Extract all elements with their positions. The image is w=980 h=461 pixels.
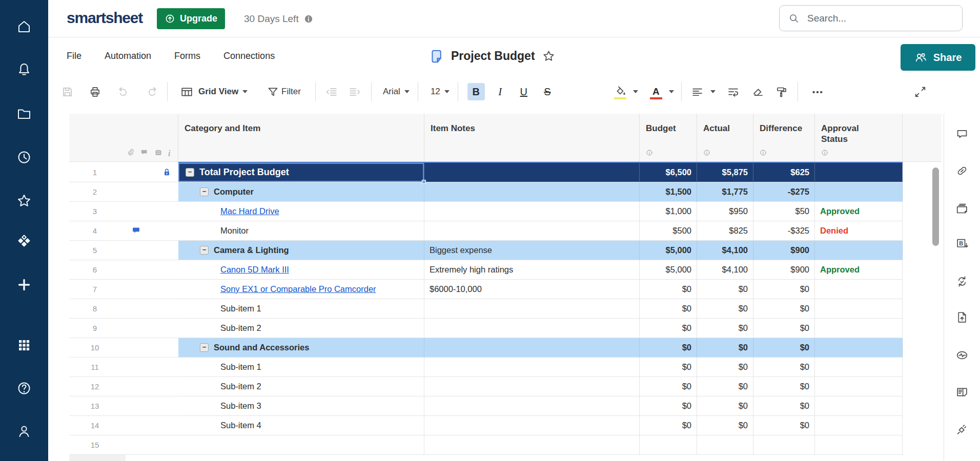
cell-category-10[interactable]: −Sound and Accessories [178, 338, 424, 358]
cell-actual-13[interactable]: $0 [697, 396, 753, 416]
collapse-toggle[interactable]: − [200, 187, 209, 196]
cell-category-4[interactable]: Monitor [178, 221, 424, 241]
cell-budget-1[interactable]: $6,500 [640, 162, 697, 182]
format-painter-button[interactable] [773, 83, 790, 100]
cell-approval-11[interactable] [815, 358, 903, 377]
favorite-star-icon[interactable] [542, 49, 556, 63]
column-header-item-notes[interactable]: Item Notes [424, 114, 640, 161]
cell-actual-12[interactable]: $0 [697, 377, 753, 396]
cell-notes-8[interactable] [424, 299, 640, 319]
cell-difference-3[interactable]: $50 [753, 202, 815, 221]
cell-category-3[interactable]: Mac Hard Drive [178, 202, 424, 221]
more-options-button[interactable]: ••• [809, 83, 827, 100]
sidebar-item-help[interactable] [16, 380, 32, 396]
column-header-approval-status[interactable]: Approval Status [815, 114, 903, 161]
sidebar-item-favorites[interactable] [16, 193, 32, 209]
panel-item-brandfolder[interactable]: B [955, 237, 969, 251]
cell-category-12[interactable]: Sub-item 2 [178, 377, 424, 396]
cell-budget-9[interactable]: $0 [640, 319, 697, 338]
cell-notes-6[interactable]: Extremely high ratings [424, 260, 640, 280]
cell-actual-5[interactable]: $4,100 [697, 241, 753, 260]
undo-button[interactable] [115, 83, 132, 100]
cell-budget-10[interactable]: $0 [640, 338, 697, 358]
cell-category-8[interactable]: Sub-item 1 [178, 299, 424, 319]
column-header-budget[interactable]: Budget [640, 114, 697, 161]
cell-difference-13[interactable]: $0 [753, 396, 815, 416]
font-family-dropdown[interactable]: Arial [383, 87, 410, 97]
menu-forms[interactable]: Forms [174, 51, 200, 61]
row-gutter-13[interactable]: 13 [69, 396, 178, 416]
row-gutter-8[interactable]: 8 [69, 299, 178, 319]
sidebar-item-account[interactable] [16, 423, 32, 439]
cell-approval-8[interactable] [815, 299, 903, 319]
indent-button[interactable] [346, 83, 364, 100]
comment-indicator-icon[interactable] [132, 226, 141, 236]
cell-approval-3[interactable]: Approved [815, 202, 903, 221]
menu-file[interactable]: File [67, 51, 81, 61]
info-icon[interactable] [645, 149, 654, 157]
cell-actual-8[interactable]: $0 [697, 299, 753, 319]
cell-category-2[interactable]: −Computer [178, 182, 424, 202]
cell-difference-8[interactable]: $0 [753, 299, 815, 319]
cell-approval-4[interactable]: Denied [815, 221, 903, 241]
wrap-text-button[interactable] [725, 83, 742, 100]
cell-notes-13[interactable] [424, 396, 640, 416]
row-gutter-4[interactable]: 4 [69, 221, 178, 241]
cell-notes-4[interactable] [424, 221, 640, 241]
sidebar-item-recents[interactable] [16, 149, 32, 165]
cell-actual-6[interactable]: $4,100 [697, 260, 753, 280]
cell-approval-5[interactable] [815, 241, 903, 260]
smartsheet-logo[interactable]: smartsheet [67, 9, 142, 27]
cell-budget-14[interactable]: $0 [640, 416, 697, 435]
underline-button[interactable]: U [515, 83, 533, 100]
cell-approval-13[interactable] [815, 396, 903, 416]
cell-category-1[interactable]: −Total Project Budget [178, 162, 424, 182]
cell-budget-2[interactable]: $1,500 [640, 182, 697, 202]
cell-category-7[interactable]: Sony EX1 or Comparable Pro Camcorder [178, 280, 424, 299]
collapse-toggle[interactable]: − [200, 246, 209, 255]
cell-notes-7[interactable]: $6000-10,000 [424, 280, 640, 299]
cell-notes-3[interactable] [424, 202, 640, 221]
row-gutter-11[interactable]: 11 [69, 358, 178, 377]
cell-difference-4[interactable]: -$325 [753, 221, 815, 241]
cell-notes-15[interactable] [424, 435, 640, 455]
cell-notes-2[interactable] [424, 182, 640, 202]
print-button[interactable] [86, 83, 104, 100]
cell-category-6[interactable]: Canon 5D Mark III [178, 260, 424, 280]
panel-item-publish[interactable] [955, 310, 969, 324]
cell-difference-7[interactable]: $0 [753, 280, 815, 299]
sidebar-item-browse[interactable] [16, 106, 32, 122]
row-gutter-14[interactable]: 14 [69, 416, 178, 435]
vertical-scrollbar[interactable] [932, 167, 939, 246]
cell-approval-9[interactable] [815, 319, 903, 338]
row-gutter-2[interactable]: 2 [69, 182, 178, 202]
cell-actual-3[interactable]: $950 [697, 202, 753, 221]
panel-item-connections[interactable] [955, 423, 969, 436]
menu-automation[interactable]: Automation [105, 51, 151, 61]
cell-budget-8[interactable]: $0 [640, 299, 697, 319]
sidebar-item-solution-center[interactable] [16, 234, 32, 250]
text-color-button[interactable]: A [647, 83, 674, 100]
strikethrough-button[interactable]: S [539, 83, 556, 100]
sidebar-item-notifications[interactable] [16, 61, 32, 78]
menu-connections[interactable]: Connections [223, 51, 275, 61]
search-box[interactable] [779, 5, 963, 31]
fullscreen-button[interactable] [911, 83, 929, 100]
sidebar-item-home[interactable] [16, 18, 32, 35]
cell-budget-11[interactable]: $0 [640, 358, 697, 377]
fill-color-button[interactable] [611, 83, 638, 100]
cell-actual-1[interactable]: $5,875 [697, 162, 753, 182]
row-gutter-1[interactable]: 1 [69, 162, 178, 182]
cell-budget-5[interactable]: $5,000 [640, 241, 697, 260]
column-header-difference[interactable]: Difference [753, 114, 815, 161]
info-icon[interactable] [703, 149, 711, 157]
view-selector[interactable]: Grid View [178, 83, 248, 100]
cell-difference-9[interactable]: $0 [753, 319, 815, 338]
cell-approval-7[interactable] [815, 280, 903, 299]
row-gutter-6[interactable]: 6 [69, 260, 178, 280]
cell-category-15[interactable] [178, 435, 424, 455]
cell-notes-5[interactable]: Biggest expense [424, 241, 640, 260]
trial-info-icon[interactable] [303, 14, 314, 24]
panel-item-activity-log[interactable] [955, 348, 969, 362]
cell-budget-4[interactable]: $500 [640, 221, 697, 241]
